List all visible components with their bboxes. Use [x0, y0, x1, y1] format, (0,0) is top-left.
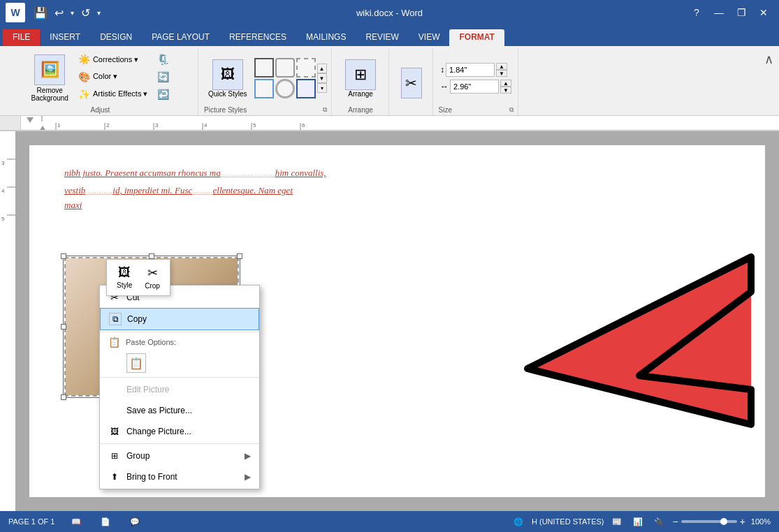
picture-style-2[interactable] [275, 58, 295, 77]
width-icon: ↔ [440, 82, 449, 91]
color-button[interactable]: 🎨 Color ▾ [75, 70, 151, 84]
change-picture-menu-item[interactable]: 🖼 Change Picture... [100, 421, 259, 442]
height-up-button[interactable]: ▲ [496, 63, 507, 70]
view-icon-2[interactable]: 📊 [630, 514, 646, 529]
redo-button[interactable]: ↺ [78, 5, 93, 21]
paste-icon-button[interactable]: 📋 [126, 353, 146, 373]
status-left: PAGE 1 OF 1 📖 📄 💬 [8, 514, 143, 529]
tab-mailings[interactable]: MAILINGS [296, 29, 356, 46]
artistic-effects-icon: ✨ [78, 89, 90, 100]
undo-dropdown[interactable]: ▾ [68, 8, 77, 18]
handle-bottom-left[interactable] [61, 394, 66, 400]
copy-label: Copy [127, 314, 250, 324]
tab-references[interactable]: REFERENCES [219, 29, 296, 46]
tab-insert[interactable]: INSERT [40, 29, 90, 46]
paste-options-icons: 📋 [100, 350, 259, 376]
width-down-button[interactable]: ▼ [500, 87, 511, 94]
corrections-icon: ☀️ [78, 54, 90, 65]
arrange-button[interactable]: ⊞ Arrange [340, 57, 381, 101]
handle-top-right[interactable] [237, 253, 242, 259]
paste-options-header: 📋 Paste Options: [100, 334, 259, 350]
picture-style-scroll: ▲ ▼ ▾ [317, 64, 327, 93]
help-button[interactable]: ? [687, 3, 706, 22]
handle-top-middle[interactable] [149, 253, 154, 259]
svg-marker-24 [569, 271, 751, 418]
view-icon-1[interactable]: 📰 [609, 514, 625, 529]
save-as-picture-menu-item[interactable]: Save as Picture... [100, 400, 259, 421]
tab-page-layout[interactable]: PAGE LAYOUT [142, 29, 219, 46]
crop-label: Crop [145, 282, 160, 290]
zoom-plus-button[interactable]: + [740, 516, 745, 527]
customize-button[interactable]: ▾ [94, 8, 103, 18]
svg-text:2: 2 [106, 122, 110, 128]
width-input[interactable]: 2.96" [450, 80, 499, 94]
restore-button[interactable]: ❐ [731, 3, 751, 22]
corrections-label: Corrections ▾ [93, 55, 138, 64]
group-menu-item[interactable]: ⊞ Group ▶ [100, 445, 259, 466]
style-button[interactable]: 🖼 Style [111, 263, 138, 293]
status-icon-2[interactable]: 📄 [98, 514, 113, 529]
view-icon-3[interactable]: 🔌 [651, 514, 667, 529]
doc-text-line1: nibh justo. Praesent accumsan rhoncus ma… [64, 166, 730, 181]
arrange-group-label: Arrange [348, 106, 373, 114]
title-bar: W 💾 ↩ ▾ ↺ ▾ wiki.docx - Word ? — ❐ ✕ [0, 0, 779, 25]
height-spin: ▲ ▼ [496, 63, 507, 77]
zoom-slider-thumb[interactable] [720, 518, 727, 525]
title-bar-left: W 💾 ↩ ▾ ↺ ▾ [6, 3, 103, 22]
zoom-minus-button[interactable]: − [672, 516, 678, 527]
size-expand-icon[interactable]: ⧉ [509, 106, 514, 114]
corrections-button[interactable]: ☀️ Corrections ▾ [75, 52, 151, 66]
tab-view[interactable]: VIEW [409, 29, 450, 46]
save-button[interactable]: 💾 [31, 5, 50, 21]
remove-background-button[interactable]: 🖼️ RemoveBackground [29, 52, 71, 105]
crop-button[interactable]: ✂ [395, 65, 428, 101]
svg-text:1: 1 [57, 122, 61, 128]
reset-picture-button[interactable]: ↩️ [154, 87, 172, 101]
doc-text-line3: maxi [64, 198, 730, 213]
collapse-ribbon-button[interactable]: ∧ [762, 49, 776, 115]
save-as-picture-icon [108, 404, 121, 417]
picture-style-expand[interactable]: ▾ [317, 83, 327, 93]
compress-pictures-button[interactable]: 🗜️ [154, 52, 172, 66]
picture-style-3[interactable] [296, 58, 316, 77]
group-label: Group [126, 451, 239, 461]
status-icon-1[interactable]: 📖 [68, 514, 84, 529]
crop-mini-button[interactable]: ✂ Crop [139, 263, 166, 293]
picture-style-scroll-up[interactable]: ▲ [317, 64, 327, 73]
zoom-slider[interactable] [681, 520, 737, 523]
tab-review[interactable]: REVIEW [356, 29, 408, 46]
picture-style-6[interactable] [296, 79, 316, 98]
red-arrow-overlay [416, 201, 765, 480]
close-button[interactable]: ✕ [754, 3, 773, 22]
minimize-button[interactable]: — [709, 3, 729, 22]
quick-styles-button[interactable]: 🖼 Quick Styles [204, 57, 252, 101]
handle-top-left[interactable] [61, 253, 66, 259]
language-icon[interactable]: 🌐 [511, 514, 526, 529]
handle-middle-left[interactable] [61, 324, 66, 330]
edit-picture-menu-item: Edit Picture [100, 379, 259, 400]
artistic-effects-button[interactable]: ✨ Artistic Effects ▾ [75, 87, 151, 101]
tab-design[interactable]: DESIGN [90, 29, 142, 46]
height-down-button[interactable]: ▼ [496, 70, 507, 77]
bring-to-front-menu-item[interactable]: ⬆ Bring to Front ▶ [100, 466, 259, 487]
undo-button[interactable]: ↩ [52, 5, 66, 21]
height-input[interactable]: 1.84" [446, 63, 495, 77]
tab-format[interactable]: FORMAT [449, 29, 504, 46]
status-icon-3[interactable]: 💬 [127, 514, 143, 529]
copy-menu-item[interactable]: ⧉ Copy [100, 308, 259, 330]
ribbon: 🖼️ RemoveBackground ☀️ Corrections ▾ 🎨 C… [0, 46, 779, 116]
group-submenu-arrow: ▶ [245, 451, 251, 461]
ribbon-group-picture-styles: 🖼 Quick Styles ▲ ▼ ▾ P [200, 49, 332, 115]
change-picture-button[interactable]: 🔄 [154, 70, 172, 84]
picture-style-1[interactable] [254, 58, 274, 77]
quick-access-toolbar: 💾 ↩ ▾ ↺ ▾ [31, 5, 103, 21]
picture-style-scroll-down[interactable]: ▼ [317, 73, 327, 83]
width-up-button[interactable]: ▲ [500, 80, 511, 87]
paste-options-label: Paste Options: [126, 338, 176, 346]
style-icon: 🖼 [118, 265, 131, 280]
tab-file[interactable]: FILE [3, 29, 40, 46]
picture-style-4[interactable] [254, 79, 274, 98]
picture-styles-expand-icon[interactable]: ⧉ [323, 106, 327, 114]
height-icon: ↕ [440, 65, 444, 75]
picture-style-5[interactable] [275, 79, 295, 98]
